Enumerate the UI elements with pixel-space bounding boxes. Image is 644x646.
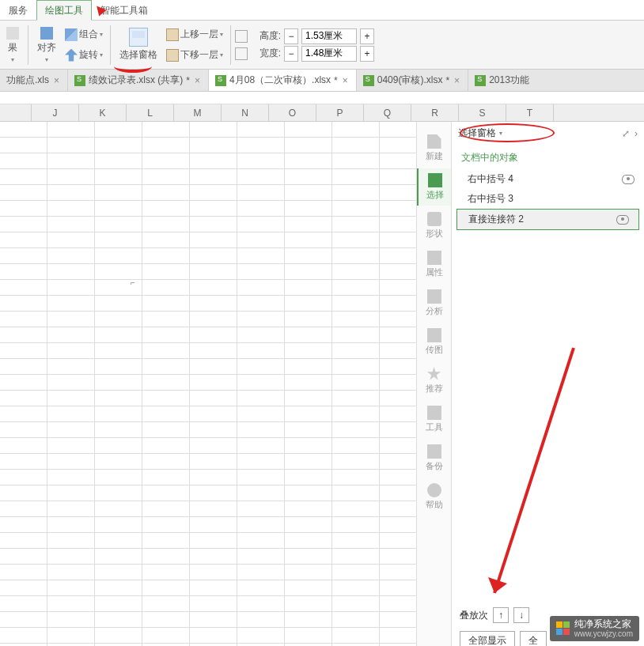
move-up-stack-button[interactable]: ↑: [493, 607, 509, 623]
pane-title-dropdown[interactable]: 选择窗格 ▾: [458, 127, 502, 140]
col-q[interactable]: Q: [364, 104, 411, 121]
side-upload[interactable]: 传图: [417, 323, 451, 361]
side-backup[interactable]: 备份: [417, 440, 451, 477]
object-item-0[interactable]: 右中括号 4: [452, 169, 644, 189]
side-recommend[interactable]: 推荐: [417, 362, 451, 399]
watermark-url: www.ycwjzy.com: [574, 629, 633, 638]
height-minus-button[interactable]: −: [284, 28, 298, 44]
side-tools[interactable]: 工具: [417, 401, 451, 438]
doc-tab-3[interactable]: 0409(审核).xlsx * ×: [357, 70, 468, 91]
tab-drawing-tools[interactable]: 绘图工具: [36, 0, 92, 21]
width-plus-button[interactable]: +: [360, 46, 374, 62]
result-icon: [6, 27, 19, 40]
doc-tab-1[interactable]: 绩效记录表.xlsx (共享) * ×: [68, 70, 209, 91]
col-j[interactable]: J: [32, 104, 79, 121]
pane-header: 选择窗格 ▾ ⤢ ›: [452, 122, 644, 145]
document-tabs: 功能点.xls × 绩效记录表.xlsx (共享) * × 4月08（二次审核）…: [0, 70, 644, 92]
chevron-down-icon: ▾: [100, 31, 103, 38]
close-icon[interactable]: ×: [52, 75, 61, 86]
watermark-title: 纯净系统之家: [574, 619, 633, 629]
col-n[interactable]: N: [222, 104, 269, 121]
eye-icon[interactable]: [616, 215, 629, 225]
spreadsheet-grid[interactable]: ⌐: [0, 122, 416, 646]
selection-pane-button[interactable]: 选择窗格: [115, 25, 162, 65]
object-item-1[interactable]: 右中括号 3: [452, 189, 644, 209]
shape-icon: [427, 212, 441, 226]
move-up-button[interactable]: 上移一层 ▾: [163, 25, 226, 44]
group-icon: [65, 28, 78, 41]
width-label: 宽度:: [251, 47, 281, 60]
column-headers: J K L M N O P Q R S T: [0, 104, 644, 122]
show-partial-button[interactable]: 全: [520, 631, 547, 646]
eye-icon[interactable]: [622, 175, 635, 184]
col-t[interactable]: T: [506, 104, 554, 121]
rotate-button[interactable]: 旋转 ▾: [62, 46, 106, 65]
watermark: 纯净系统之家 www.ycwjzy.com: [550, 616, 639, 641]
excel-icon: [215, 75, 226, 86]
height-input[interactable]: [301, 28, 357, 44]
col-s[interactable]: S: [459, 104, 506, 121]
chevron-down-icon: ▾: [220, 31, 223, 38]
align-icon: [40, 27, 53, 40]
object-list: 右中括号 4 右中括号 3 直接连接符 2: [452, 169, 644, 230]
selection-pane-icon: [129, 28, 148, 47]
result-button[interactable]: 果 ▾: [2, 24, 24, 66]
excel-icon: [363, 75, 374, 86]
star-icon: [427, 367, 441, 381]
stack-label: 叠放次: [460, 609, 488, 622]
width-icon: [235, 47, 248, 60]
width-row: 宽度: − +: [235, 46, 374, 62]
move-up-icon: [166, 28, 179, 41]
tools-icon: [427, 406, 441, 420]
chevron-right-icon[interactable]: ›: [635, 128, 638, 139]
object-item-2[interactable]: 直接连接符 2: [456, 209, 639, 230]
side-analyze[interactable]: 分析: [417, 285, 451, 322]
side-new[interactable]: 新建: [417, 130, 451, 167]
align-button[interactable]: 对齐 ▾: [32, 24, 61, 66]
col-p[interactable]: P: [316, 104, 364, 121]
doc-tab-0[interactable]: 功能点.xls ×: [0, 70, 68, 91]
chevron-down-icon: ▾: [11, 56, 14, 63]
chevron-down-icon: ▾: [499, 130, 502, 137]
height-plus-button[interactable]: +: [360, 28, 374, 44]
side-prop[interactable]: 属性: [417, 246, 451, 283]
main-area: ⌐ 新建 选择 形状 属性 分析 传图 推荐 工具 备份 帮助 选择窗格 ▾ ⤢…: [0, 122, 644, 646]
width-input[interactable]: [301, 46, 357, 62]
excel-icon: [475, 75, 486, 86]
pane-section-title: 文档中的对象: [452, 145, 644, 169]
formula-bar: [0, 92, 644, 104]
chevron-down-icon: ▾: [220, 51, 223, 59]
chevron-down-icon: ▾: [45, 56, 48, 63]
col-o[interactable]: O: [269, 104, 316, 121]
doc-tab-4[interactable]: 2013功能: [468, 70, 536, 91]
analyze-icon: [427, 289, 441, 304]
close-icon[interactable]: ×: [453, 75, 461, 86]
watermark-logo-icon: [556, 621, 570, 635]
show-all-button[interactable]: 全部显示: [460, 631, 515, 646]
height-icon: [235, 30, 248, 43]
height-row: 高度: − +: [235, 28, 374, 44]
move-down-stack-button[interactable]: ↓: [513, 607, 529, 623]
side-select[interactable]: 选择: [417, 168, 451, 206]
col-m[interactable]: M: [174, 104, 222, 121]
properties-icon: [427, 251, 441, 265]
excel-icon: [74, 75, 85, 86]
height-label: 高度:: [251, 29, 281, 43]
cursor-indicator: ⌐: [131, 278, 135, 287]
expand-icon[interactable]: ⤢: [622, 128, 630, 139]
doc-tab-2[interactable]: 4月08（二次审核）.xlsx * ×: [209, 70, 357, 91]
group-button[interactable]: 组合 ▾: [62, 25, 106, 44]
col-r[interactable]: R: [411, 104, 459, 121]
close-icon[interactable]: ×: [193, 75, 202, 86]
col-k[interactable]: K: [79, 104, 127, 121]
help-icon: [427, 483, 441, 497]
chevron-down-icon: ▾: [100, 51, 103, 59]
col-l[interactable]: L: [127, 104, 174, 121]
close-icon[interactable]: ×: [341, 75, 350, 86]
width-minus-button[interactable]: −: [284, 46, 298, 62]
side-shape[interactable]: 形状: [417, 207, 451, 244]
side-help[interactable]: 帮助: [417, 478, 451, 516]
tab-service[interactable]: 服务: [0, 0, 36, 20]
rotate-icon: [65, 49, 78, 62]
move-down-button[interactable]: 下移一层 ▾: [163, 46, 226, 65]
